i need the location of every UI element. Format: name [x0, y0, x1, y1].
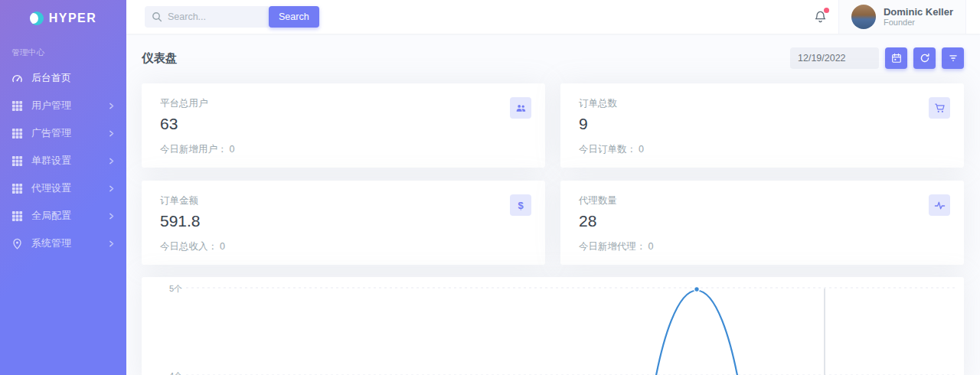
stat-card-agent-count: 代理数量 28 今日新增代理：0 — [560, 181, 964, 265]
sidebar-item-label: 用户管理 — [31, 99, 71, 112]
user-role: Founder — [884, 18, 953, 28]
topbar: Search Dominic Keller Founder — [126, 0, 980, 34]
stat-card-total-users: 平台总用户 63 今日新增用户：0 — [142, 83, 545, 168]
refresh-icon — [920, 53, 930, 64]
map-pin-icon — [11, 238, 23, 249]
grid-icon — [11, 183, 23, 194]
search-group: Search — [145, 6, 319, 28]
sidebar-item-label: 系统管理 — [31, 236, 71, 250]
sidebar-item-label: 代理设置 — [31, 181, 71, 195]
page-title: 仪表盘 — [142, 51, 178, 67]
chevron-right-icon — [108, 130, 115, 137]
chart-series-line — [650, 291, 743, 375]
stat-title: 订单总数 — [579, 97, 946, 109]
filter-icon — [948, 53, 959, 64]
sidebar-item-global-config[interactable]: 全局配置 — [0, 202, 126, 230]
cart-icon — [929, 97, 950, 119]
users-icon — [510, 97, 531, 119]
dashboard-icon — [11, 73, 23, 84]
stat-value: 9 — [579, 116, 946, 132]
notifications-button[interactable] — [803, 10, 838, 24]
line-chart[interactable] — [142, 277, 964, 375]
chevron-right-icon — [108, 103, 115, 109]
sidebar-nav: 后台首页 用户管理 广告管理 单群设置 — [0, 63, 126, 257]
stat-footer: 今日新增用户：0 — [160, 143, 527, 155]
sidebar-section-label: 管理中心 — [0, 37, 126, 63]
sidebar-item-agent-settings[interactable]: 代理设置 — [0, 174, 126, 202]
line-chart-card: 5个 4个 — [142, 277, 964, 375]
stat-title: 订单金额 — [160, 194, 527, 207]
sidebar-item-label: 后台首页 — [31, 71, 71, 85]
sidebar: HYPER 管理中心 后台首页 用户管理 广告管理 — [0, 0, 126, 375]
chart-peak-marker — [694, 287, 700, 292]
sidebar-item-system[interactable]: 系统管理 — [0, 230, 126, 257]
filter-button[interactable] — [942, 47, 964, 69]
page-header: 仪表盘 — [142, 47, 964, 69]
refresh-button[interactable] — [913, 47, 936, 69]
stat-footer: 今日订单数：0 — [579, 143, 946, 155]
search-button[interactable]: Search — [269, 6, 319, 28]
sidebar-item-home[interactable]: 后台首页 — [0, 64, 126, 92]
stat-footer: 今日新增代理：0 — [579, 240, 946, 253]
stat-value: 63 — [160, 116, 527, 132]
stat-value: 28 — [579, 213, 946, 230]
logo[interactable]: HYPER — [0, 0, 126, 37]
dollar-icon: $ — [510, 194, 531, 216]
page-controls — [790, 47, 964, 69]
stats-grid: 平台总用户 63 今日新增用户：0 订单总数 9 今日订单数：0 订单金额 59… — [142, 83, 964, 265]
user-menu[interactable]: Dominic Keller Founder — [838, 0, 966, 34]
grid-icon — [11, 155, 23, 167]
sidebar-item-users[interactable]: 用户管理 — [0, 92, 126, 119]
sidebar-item-ads[interactable]: 广告管理 — [0, 119, 126, 147]
activity-icon — [929, 194, 950, 216]
stat-card-order-amount: 订单金额 591.8 今日总收入：0 $ — [142, 181, 545, 265]
logo-icon — [30, 11, 44, 25]
chevron-right-icon — [108, 240, 115, 247]
topbar-right: Dominic Keller Founder — [803, 0, 980, 34]
date-input[interactable] — [790, 47, 879, 69]
calendar-icon — [891, 53, 902, 64]
notification-dot — [824, 8, 829, 13]
grid-icon — [11, 100, 23, 112]
chevron-right-icon — [108, 158, 115, 165]
stat-card-total-orders: 订单总数 9 今日订单数：0 — [560, 83, 964, 168]
search-input[interactable] — [145, 6, 269, 28]
stat-footer: 今日总收入：0 — [160, 240, 527, 253]
avatar — [851, 5, 876, 29]
user-name: Dominic Keller — [884, 6, 953, 18]
stat-title: 代理数量 — [579, 194, 946, 207]
chevron-right-icon — [108, 185, 115, 192]
stat-title: 平台总用户 — [160, 97, 527, 109]
date-picker-button[interactable] — [885, 47, 907, 69]
grid-icon — [11, 128, 23, 139]
grid-icon — [11, 210, 23, 222]
logo-text: HYPER — [49, 11, 97, 25]
sidebar-item-group-settings[interactable]: 单群设置 — [0, 147, 126, 174]
chevron-right-icon — [108, 213, 115, 220]
main-area: Search Dominic Keller Founder 仪表盘 — [126, 0, 980, 375]
sidebar-item-label: 全局配置 — [31, 209, 71, 223]
sidebar-item-label: 广告管理 — [31, 126, 71, 140]
stat-value: 591.8 — [160, 213, 527, 230]
sidebar-item-label: 单群设置 — [31, 154, 71, 168]
